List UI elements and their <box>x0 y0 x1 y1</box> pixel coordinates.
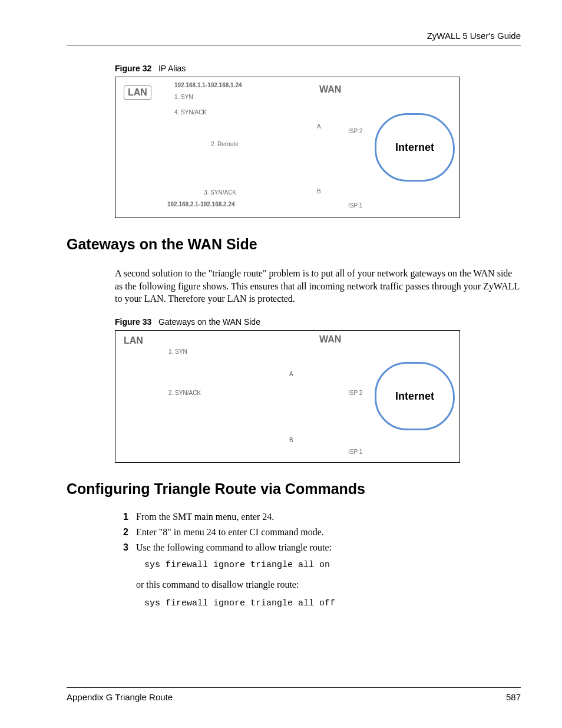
diagram2-lan-label: LAN <box>120 334 147 347</box>
code-disallow: sys firewall ignore triangle all off <box>144 598 521 608</box>
step-3-number: 3 <box>123 542 128 553</box>
step-2-number: 2 <box>123 527 128 538</box>
diagram-step1: 1. SYN <box>174 94 193 100</box>
diagram-node-b: B <box>317 188 321 195</box>
section-config-heading: Configuring Triangle Route via Commands <box>67 480 521 498</box>
diagram-ip-range-a: 192.168.1.1-192.168.1.24 <box>174 82 242 88</box>
diagram-isp2: ISP 2 <box>348 128 362 134</box>
step-3-text: Use the following command to allow trian… <box>136 542 332 552</box>
diagram2-step2: 2. SYN/ACK <box>168 390 201 396</box>
diagram2-step1: 1. SYN <box>168 348 187 355</box>
diagram-wan-label: WAN <box>316 83 345 96</box>
step-1-text: From the SMT main menu, enter 24. <box>136 512 274 522</box>
section-gateways-heading: Gateways on the WAN Side <box>67 236 521 253</box>
diagram-step3: 3. SYN/ACK <box>204 189 236 196</box>
figure-32-caption: Figure 32 IP Alias <box>115 64 521 73</box>
diagram2-wan-label: WAN <box>316 333 345 346</box>
step-1: 1From the SMT main menu, enter 24. <box>123 512 521 522</box>
diagram-step4: 4. SYN/ACK <box>174 109 207 116</box>
footer-page-number: 587 <box>506 692 521 702</box>
diagram2-isp1: ISP 1 <box>348 449 362 455</box>
diagram2-internet-cloud: Internet <box>375 362 455 430</box>
steps-list: 1From the SMT main menu, enter 24. 2Ente… <box>123 512 521 553</box>
figure-33-caption: Figure 33 Gateways on the WAN Side <box>115 317 521 327</box>
step-2: 2Enter "8" in menu 24 to enter CI comman… <box>123 527 521 538</box>
step-2-text: Enter "8" in menu 24 to enter CI command… <box>136 527 324 537</box>
diagram-internet-cloud: Internet <box>375 113 455 182</box>
diagram-ip-range-b: 192.168.2.1-192.168.2.24 <box>167 201 235 207</box>
figure-33-diagram: LAN WAN 1. SYN 2. SYN/ACK A B ISP 2 ISP … <box>115 330 460 463</box>
footer-appendix: Appendix G Triangle Route <box>67 692 173 702</box>
diagram2-node-a: A <box>289 371 293 377</box>
header-divider <box>67 45 521 45</box>
diagram-isp1: ISP 1 <box>348 202 362 209</box>
code-allow: sys firewall ignore triangle all on <box>144 560 521 570</box>
diagram-node-a: A <box>317 123 321 130</box>
figure-33-title: Gateways on the WAN Side <box>158 317 260 327</box>
footer-divider <box>67 687 521 688</box>
step-1-number: 1 <box>123 512 128 522</box>
figure-33-label: Figure 33 <box>115 317 151 327</box>
section-gateways-paragraph: A second solution to the "triangle route… <box>115 267 521 305</box>
diagram-step2: 2. Reroute <box>211 141 239 147</box>
header-guide-title: ZyWALL 5 User's Guide <box>67 31 521 41</box>
figure-32-diagram: LAN WAN 192.168.1.1-192.168.1.24 1. SYN … <box>115 77 460 218</box>
diagram2-isp2: ISP 2 <box>348 390 362 396</box>
or-text: or this command to disallow triangle rou… <box>136 579 521 590</box>
diagram-lan-label: LAN <box>124 85 151 100</box>
step-3: 3Use the following command to allow tria… <box>123 542 521 553</box>
figure-32-title: IP Alias <box>158 64 186 73</box>
diagram2-node-b: B <box>289 437 293 443</box>
figure-32-label: Figure 32 <box>115 64 151 73</box>
